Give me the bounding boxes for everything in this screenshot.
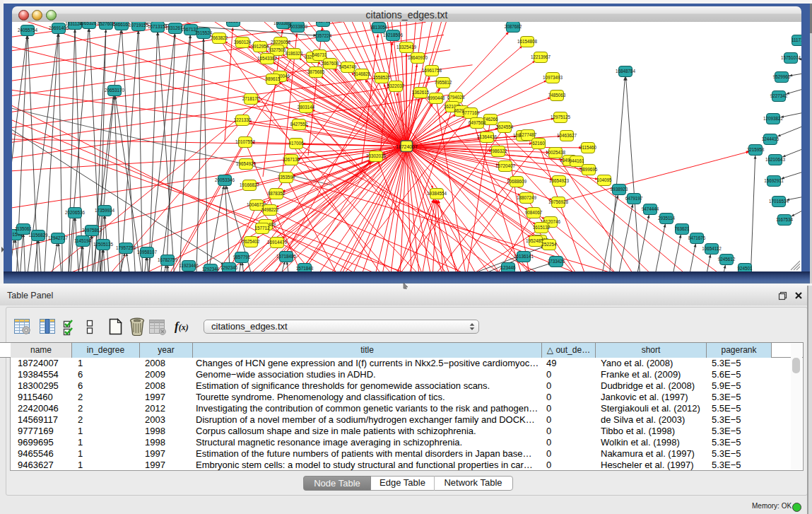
svg-text:15751074: 15751074 — [781, 55, 801, 60]
svg-text:8878352: 8878352 — [268, 191, 286, 196]
svg-text:19654925: 19654925 — [236, 161, 257, 166]
svg-text:3875685: 3875685 — [307, 69, 325, 74]
svg-text:9084067: 9084067 — [525, 210, 543, 215]
svg-text:6794028: 6794028 — [447, 95, 465, 100]
svg-text:9327503: 9327503 — [269, 47, 286, 52]
svg-text:989615: 989615 — [265, 76, 281, 81]
svg-text:20053346: 20053346 — [215, 177, 235, 182]
svg-text:9245612: 9245612 — [718, 257, 736, 262]
svg-text:763621: 763621 — [674, 226, 690, 231]
svg-text:8427552: 8427552 — [290, 122, 308, 127]
svg-text:9899695: 9899695 — [580, 167, 598, 172]
svg-text:6497568: 6497568 — [469, 120, 486, 125]
svg-text:11923446: 11923446 — [179, 263, 199, 268]
svg-text:23226058: 23226058 — [271, 40, 291, 45]
svg-text:16154808: 16154808 — [517, 39, 538, 44]
svg-text:6479197: 6479197 — [625, 196, 643, 201]
svg-text:19218506: 19218506 — [383, 33, 404, 37]
svg-text:18640910: 18640910 — [408, 55, 428, 60]
svg-text:7515524: 7515524 — [195, 30, 213, 35]
svg-text:12505135: 12505135 — [93, 242, 114, 247]
svg-text:912711: 912711 — [316, 22, 331, 23]
svg-text:10463627: 10463627 — [557, 133, 577, 138]
svg-text:7357224: 7357224 — [314, 33, 332, 38]
svg-text:1558520: 1558520 — [373, 75, 391, 80]
svg-text:10958107: 10958107 — [137, 250, 158, 255]
svg-text:8990448: 8990448 — [428, 95, 445, 100]
svg-text:944161: 944161 — [569, 158, 584, 163]
svg-text:12942737: 12942737 — [48, 235, 69, 240]
svg-text:8471676: 8471676 — [688, 235, 706, 240]
svg-text:9529966: 9529966 — [773, 74, 791, 79]
svg-text:104095: 104095 — [596, 177, 612, 182]
svg-text:10653267: 10653267 — [79, 22, 100, 25]
svg-text:10025438: 10025438 — [546, 150, 566, 155]
svg-text:1362615: 1362615 — [412, 90, 430, 95]
svg-text:7986322: 7986322 — [490, 148, 507, 153]
svg-text:16033809: 16033809 — [288, 24, 308, 29]
svg-text:2718170: 2718170 — [242, 96, 260, 101]
svg-text:1277487: 1277487 — [519, 132, 537, 137]
svg-text:10107552: 10107552 — [235, 139, 256, 144]
svg-text:111712: 111712 — [792, 37, 801, 42]
svg-text:924501: 924501 — [737, 266, 753, 271]
svg-text:1145194: 1145194 — [74, 238, 92, 243]
svg-text:10688609: 10688609 — [507, 179, 527, 184]
svg-text:9227342: 9227342 — [770, 93, 788, 98]
svg-text:17957253: 17957253 — [116, 245, 136, 250]
svg-text:17016534: 17016534 — [769, 199, 789, 204]
svg-text:12975125: 12975125 — [551, 115, 571, 119]
svg-text:157712: 157712 — [254, 226, 270, 230]
svg-text:15692911: 15692911 — [764, 178, 784, 183]
svg-text:13325419: 13325419 — [396, 45, 417, 49]
svg-text:10719155: 10719155 — [129, 23, 149, 28]
svg-text:19166827: 19166827 — [240, 182, 260, 187]
svg-text:1733426: 1733426 — [548, 259, 565, 264]
svg-text:3624554: 3624554 — [496, 124, 514, 129]
svg-text:2803144: 2803144 — [298, 105, 315, 110]
svg-text:16914479: 16914479 — [267, 240, 288, 245]
svg-text:2867608: 2867608 — [322, 61, 339, 66]
svg-text:21364436: 21364436 — [477, 134, 498, 139]
svg-text:19756928: 19756928 — [548, 199, 569, 204]
svg-text:20206536: 20206536 — [65, 210, 86, 215]
svg-text:1353594: 1353594 — [278, 175, 295, 180]
svg-text:15718485: 15718485 — [276, 254, 297, 259]
svg-text:8186323: 8186323 — [286, 51, 303, 56]
svg-text:3498222: 3498222 — [261, 207, 279, 212]
svg-text:1292346: 1292346 — [220, 265, 238, 270]
svg-text:1135061: 1135061 — [15, 226, 33, 231]
svg-text:1221330: 1221330 — [234, 117, 252, 122]
svg-text:3215958: 3215958 — [747, 147, 765, 152]
svg-text:10973493: 10973493 — [543, 75, 563, 80]
svg-text:8813054: 8813054 — [370, 25, 388, 30]
svg-text:1571848: 1571848 — [296, 266, 314, 271]
svg-text:16136141: 16136141 — [514, 254, 534, 259]
svg-text:17359934: 17359934 — [95, 208, 115, 213]
svg-text:7485063: 7485063 — [548, 93, 566, 98]
svg-text:16543382: 16543382 — [257, 56, 278, 61]
svg-text:1615132: 1615132 — [533, 225, 551, 230]
svg-text:9115460: 9115460 — [579, 145, 597, 150]
svg-text:18807249: 18807249 — [517, 195, 537, 200]
svg-text:1244415: 1244415 — [762, 136, 779, 141]
svg-text:417006: 417006 — [288, 141, 304, 146]
svg-text:7625402: 7625402 — [242, 239, 260, 244]
svg-text:15720407: 15720407 — [495, 163, 516, 168]
svg-text:5322037: 5322037 — [387, 83, 405, 88]
svg-text:12213967: 12213967 — [531, 54, 551, 59]
svg-text:8454749: 8454749 — [339, 64, 357, 69]
svg-text:2935114: 2935114 — [658, 216, 676, 221]
svg-text:7663822: 7663822 — [211, 35, 228, 40]
svg-text:13654923: 13654923 — [549, 178, 570, 183]
svg-text:16848784: 16848784 — [616, 69, 636, 74]
svg-text:7955812: 7955812 — [435, 80, 452, 85]
svg-text:19384554: 19384554 — [427, 191, 447, 196]
svg-text:9777169: 9777169 — [462, 110, 480, 115]
svg-text:23302035: 23302035 — [366, 153, 387, 158]
svg-text:62160: 62160 — [532, 141, 545, 146]
svg-text:30975867: 30975867 — [82, 228, 102, 233]
svg-text:16782759: 16782759 — [158, 257, 178, 262]
svg-text:16961758: 16961758 — [422, 68, 442, 73]
svg-text:9857791: 9857791 — [233, 255, 251, 259]
